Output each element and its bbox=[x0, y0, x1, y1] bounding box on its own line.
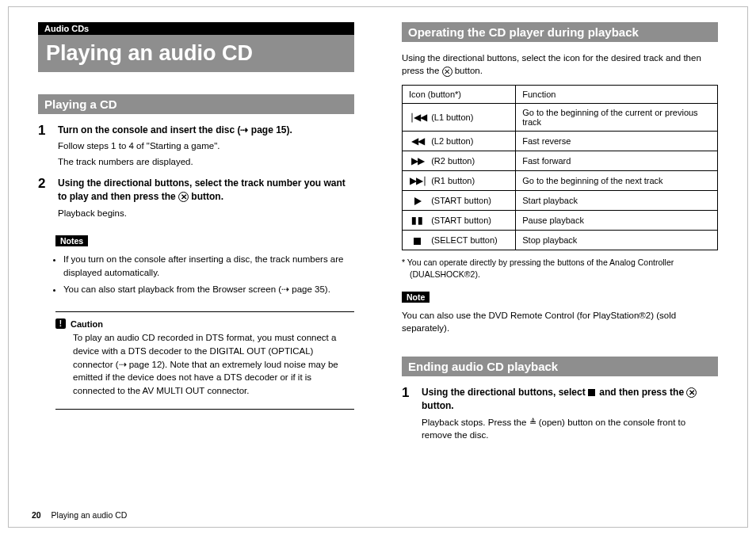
prev-track-icon: ∣◀◀ bbox=[409, 112, 426, 123]
table-row: ▮▮ (START button) Pause playback bbox=[403, 211, 718, 231]
table-row: ▶▶∣ (R1 button) Go to the beginning of t… bbox=[403, 171, 718, 191]
func-cell: Pause playback bbox=[516, 211, 718, 231]
note-item: You can also start playback from the Bro… bbox=[63, 283, 354, 296]
step-1-line1: Follow steps 1 to 4 of "Starting a game"… bbox=[58, 139, 292, 153]
stop-icon bbox=[409, 235, 426, 246]
step-2-heading: Using the directional buttons, select th… bbox=[58, 177, 354, 204]
playback-controls-table: Icon (button*) Function ∣◀◀ (L1 button) … bbox=[402, 85, 718, 250]
page-number: 20 bbox=[32, 510, 41, 520]
func-cell: Stop playback bbox=[516, 231, 718, 250]
section-playing-cd: Playing a CD bbox=[38, 94, 354, 114]
th-icon: Icon (button*) bbox=[403, 86, 516, 104]
func-cell: Fast reverse bbox=[516, 132, 718, 151]
page-footer: 20 Playing an audio CD bbox=[32, 510, 127, 520]
caution-label: Caution bbox=[71, 319, 103, 329]
step-2: 2 Using the directional buttons, select … bbox=[38, 177, 354, 219]
func-cell: Go to the beginning of the current or pr… bbox=[516, 104, 718, 132]
rewind-icon: ◀◀ bbox=[409, 135, 426, 147]
step-number: 2 bbox=[38, 177, 51, 219]
play-icon bbox=[409, 195, 426, 206]
page-title: Playing an audio CD bbox=[38, 35, 354, 72]
th-function: Function bbox=[516, 86, 718, 104]
table-row: ∣◀◀ (L1 button) Go to the beginning of t… bbox=[403, 104, 718, 132]
func-cell: Start playback bbox=[516, 191, 718, 211]
notes-list: If you turn on the console after inserti… bbox=[55, 253, 354, 296]
table-row: ▶▶ (R2 button) Fast forward bbox=[403, 151, 718, 171]
x-button-icon: ✕ bbox=[178, 192, 189, 202]
section-operating: Operating the CD player during playback bbox=[402, 22, 718, 42]
section-ending: Ending audio CD playback bbox=[402, 357, 718, 376]
caution-icon: ! bbox=[55, 318, 66, 329]
operating-intro: Using the directional buttons, select th… bbox=[402, 51, 718, 77]
caution-body: To play an audio CD recorded in DTS form… bbox=[55, 331, 354, 397]
table-row: (START button) Start playback bbox=[403, 191, 718, 211]
note-label: Note bbox=[402, 292, 430, 303]
table-row: ◀◀ (L2 button) Fast reverse bbox=[403, 132, 718, 151]
footer-title: Playing an audio CD bbox=[52, 510, 128, 520]
divider bbox=[55, 311, 354, 312]
right-column: Operating the CD player during playback … bbox=[395, 22, 724, 450]
step-number: 1 bbox=[402, 386, 414, 442]
func-cell: Go to the beginning of the next track bbox=[516, 171, 718, 191]
category-bar: Audio CDs bbox=[38, 22, 354, 35]
table-row: (SELECT button) Stop playback bbox=[403, 231, 718, 250]
note-body: You can also use the DVD Remote Control … bbox=[402, 309, 718, 334]
pause-icon: ▮▮ bbox=[409, 215, 426, 226]
ending-step-1: 1 Using the directional buttons, select … bbox=[402, 386, 718, 442]
x-button-icon: ✕ bbox=[686, 387, 697, 398]
caution-block: ! Caution To play an audio CD recorded i… bbox=[55, 318, 354, 409]
ending-step-body: Playback stops. Press the ≜ (open) butto… bbox=[422, 416, 718, 443]
step-1: 1 Turn on the console and insert the dis… bbox=[38, 124, 354, 169]
stop-icon bbox=[588, 389, 595, 396]
left-column: Audio CDs Playing an audio CD Playing a … bbox=[32, 22, 361, 450]
x-button-icon: ✕ bbox=[442, 67, 452, 77]
step-1-line2: The track numbers are displayed. bbox=[58, 155, 292, 169]
ending-step-heading: Using the directional buttons, select an… bbox=[422, 386, 718, 414]
step-number: 1 bbox=[38, 124, 51, 169]
fast-forward-icon: ▶▶ bbox=[409, 155, 426, 166]
table-footnote: * You can operate directly by pressing t… bbox=[402, 257, 718, 280]
step-1-heading: Turn on the console and insert the disc … bbox=[58, 124, 292, 137]
next-track-icon: ▶▶∣ bbox=[409, 175, 426, 186]
step-2-line1: Playback begins. bbox=[58, 207, 354, 220]
notes-label: Notes bbox=[55, 235, 88, 246]
note-item: If you turn on the console after inserti… bbox=[63, 253, 354, 279]
eject-icon: ≜ bbox=[529, 417, 536, 429]
func-cell: Fast forward bbox=[516, 151, 718, 171]
